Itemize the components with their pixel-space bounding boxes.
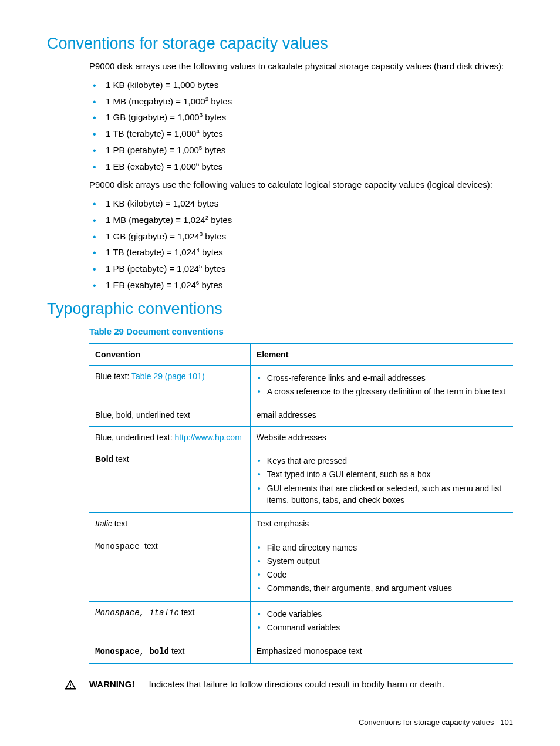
list-item: Code bbox=[267, 569, 507, 580]
intro-logical: P9000 disk arrays use the following valu… bbox=[89, 178, 513, 191]
cross-reference-link[interactable]: Table 29 (page 101) bbox=[131, 372, 205, 381]
list-item: 1 TB (terabyte) = 1,0004 bytes bbox=[106, 127, 513, 140]
logical-list: 1 KB (kilobyte) = 1,024 bytes 1 MB (mega… bbox=[89, 197, 513, 292]
table-row: Blue, bold, underlined text email addres… bbox=[89, 404, 513, 426]
table-caption: Table 29 Document conventions bbox=[89, 325, 513, 338]
table-row: Italic text Text emphasis bbox=[89, 513, 513, 535]
list-item: 1 PB (petabyte) = 1,0245 bytes bbox=[106, 262, 513, 275]
list-item: A cross reference to the glossary defini… bbox=[267, 386, 507, 397]
warning-triangle-icon bbox=[65, 679, 76, 691]
list-item: 1 MB (megabyte) = 1,0242 bytes bbox=[106, 214, 513, 227]
list-item: Code variables bbox=[267, 608, 507, 620]
list-item: GUI elements that are clicked or selecte… bbox=[267, 482, 507, 507]
list-item: 1 TB (terabyte) = 1,0244 bytes bbox=[106, 246, 513, 259]
list-item: System output bbox=[267, 555, 507, 567]
table-row: Monospace, bold text Emphasized monospac… bbox=[89, 640, 513, 663]
list-item: Cross-reference links and e-mail address… bbox=[267, 372, 507, 384]
column-header-convention: Convention bbox=[89, 343, 250, 366]
list-item: 1 PB (petabyte) = 1,0005 bytes bbox=[106, 144, 513, 157]
warning-text: Indicates that failure to follow directi… bbox=[149, 678, 445, 691]
warning-callout: WARNING! Indicates that failure to follo… bbox=[65, 672, 513, 697]
section-title-typographic: Typographic conventions bbox=[47, 298, 513, 320]
table-row: Blue, underlined text: http://www.hp.com… bbox=[89, 426, 513, 448]
list-item: Keys that are pressed bbox=[267, 455, 507, 467]
table-row: Blue text: Table 29 (page 101) Cross-ref… bbox=[89, 365, 513, 404]
table-row: Bold text Keys that are pressed Text typ… bbox=[89, 448, 513, 513]
table-row: Monospace, italic text Code variables Co… bbox=[89, 601, 513, 640]
intro-physical: P9000 disk arrays use the following valu… bbox=[89, 60, 513, 73]
list-item: Text typed into a GUI element, such as a… bbox=[267, 468, 507, 480]
section-title-storage: Conventions for storage capacity values bbox=[47, 32, 513, 55]
svg-rect-0 bbox=[70, 683, 71, 686]
table-row: Monospace text File and directory names … bbox=[89, 535, 513, 601]
list-item: 1 EB (exabyte) = 1,0246 bytes bbox=[106, 279, 513, 292]
list-item: 1 KB (kilobyte) = 1,024 bytes bbox=[106, 197, 513, 210]
external-link[interactable]: http://www.hp.com bbox=[174, 433, 241, 442]
page-footer: Conventions for storage capacity values … bbox=[47, 717, 513, 728]
list-item: Commands, their arguments, and argument … bbox=[267, 582, 507, 594]
column-header-element: Element bbox=[250, 343, 513, 366]
svg-rect-1 bbox=[70, 687, 71, 688]
list-item: 1 GB (gigabyte) = 1,0243 bytes bbox=[106, 230, 513, 243]
list-item: 1 KB (kilobyte) = 1,000 bytes bbox=[106, 79, 513, 92]
list-item: 1 MB (megabyte) = 1,0002 bytes bbox=[106, 95, 513, 108]
list-item: Command variables bbox=[267, 622, 507, 633]
list-item: 1 EB (exabyte) = 1,0006 bytes bbox=[106, 160, 513, 173]
list-item: 1 GB (gigabyte) = 1,0003 bytes bbox=[106, 111, 513, 124]
warning-label: WARNING! bbox=[89, 678, 135, 691]
physical-list: 1 KB (kilobyte) = 1,000 bytes 1 MB (mega… bbox=[89, 79, 513, 173]
document-conventions-table: Convention Element Blue text: Table 29 (… bbox=[89, 343, 513, 664]
list-item: File and directory names bbox=[267, 542, 507, 553]
page-number: 101 bbox=[500, 718, 513, 727]
